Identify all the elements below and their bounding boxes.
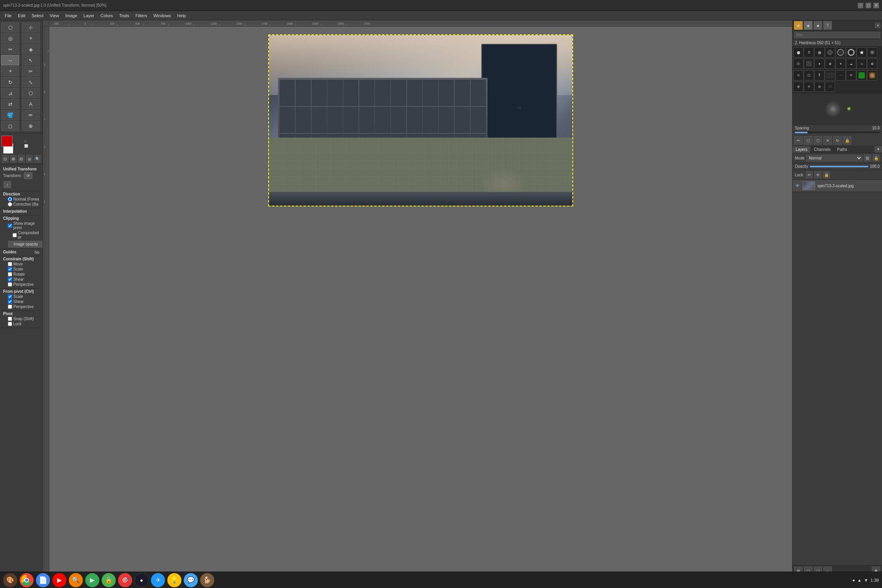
right-panel-close-btn[interactable]: ✕ — [875, 23, 880, 28]
search-tool-btn[interactable]: 🔍 — [34, 155, 41, 163]
menu-help[interactable]: Help — [174, 13, 189, 19]
tool-scissors[interactable]: ✂ — [1, 44, 19, 54]
tool-mode-btn1[interactable]: ⊡ — [2, 155, 9, 163]
tool-move[interactable]: ↖ — [22, 55, 40, 65]
tool-crop[interactable]: ✂ — [22, 66, 40, 76]
brush-item[interactable]: ☁ — [846, 59, 856, 69]
brush-item[interactable]: ⊡ — [804, 70, 814, 81]
brush-item[interactable] — [835, 47, 846, 57]
tool-flip[interactable]: ⇄ — [1, 99, 19, 109]
mode-select[interactable]: Normal Dissolve Multiply Screen Overlay — [806, 155, 862, 161]
constrain-scale-checkbox[interactable] — [8, 267, 12, 271]
menu-image[interactable]: Image — [62, 13, 81, 19]
taskbar-telegram-icon[interactable]: ✈ — [151, 573, 165, 587]
menu-view[interactable]: View — [47, 13, 62, 19]
layer-visibility-icon[interactable]: 👁 — [795, 183, 800, 188]
brushes-filter-input[interactable] — [794, 32, 880, 38]
composited-preview-checkbox[interactable] — [13, 233, 17, 237]
brush-item[interactable] — [867, 70, 877, 81]
action-copy-btn[interactable]: ⬡ — [814, 136, 822, 145]
tool-heal[interactable]: ⊕ — [22, 121, 40, 131]
brush-item[interactable] — [804, 59, 814, 69]
tool-foreground-select[interactable]: ◈ — [22, 44, 40, 54]
layer-item[interactable]: 👁 spin713-3-scaled.jpg — [792, 180, 882, 192]
tool-pencil[interactable]: ✏ — [22, 110, 40, 120]
brush-item[interactable] — [825, 47, 835, 57]
lock-pixels-btn[interactable]: ✏ — [806, 171, 813, 178]
spacing-bar[interactable] — [795, 132, 880, 133]
maximize-button[interactable]: □ — [866, 3, 871, 8]
brush-item[interactable]: ⟳ — [846, 70, 856, 81]
tool-ellipse-select[interactable]: ◎ — [1, 33, 19, 43]
brush-item[interactable] — [825, 70, 835, 81]
menu-tools[interactable]: Tools — [116, 13, 133, 19]
tool-rotate[interactable]: ↻ — [1, 77, 19, 87]
brush-item[interactable]: ✦ — [814, 59, 825, 69]
tab-paths[interactable]: Paths — [834, 146, 851, 153]
tool-mode-btn2[interactable]: ⊞ — [10, 155, 17, 163]
lock-all-btn[interactable]: 🔒 — [823, 171, 830, 178]
tool-perspective[interactable]: ⬠ — [22, 88, 40, 98]
menu-select[interactable]: Select — [29, 13, 47, 19]
canvas-container[interactable]: -250 0 250 500 750 1000 1250 1500 1750 2… — [43, 20, 792, 576]
direction-normal-radio[interactable] — [8, 197, 12, 201]
right-panel-btn2[interactable]: ■ — [804, 21, 812, 30]
taskbar-play-icon[interactable]: ▶ — [85, 573, 99, 587]
taskbar-chrome-icon[interactable] — [20, 573, 34, 587]
brush-item[interactable] — [857, 70, 867, 81]
constrain-move-checkbox[interactable] — [8, 262, 12, 266]
brush-item[interactable]: ⊕ — [793, 82, 803, 92]
brush-item[interactable]: ⊠ — [793, 70, 803, 81]
chain-btn1[interactable]: ⛓ — [864, 154, 871, 161]
brush-item[interactable]: ⠿ — [804, 47, 814, 57]
tool-text[interactable]: A — [22, 99, 40, 109]
canvas-scroll-area[interactable]: ⬡ — [49, 27, 792, 576]
tool-paintbucket[interactable]: 🪣 — [1, 110, 19, 120]
lock-position-btn[interactable]: ✛ — [814, 171, 821, 178]
brush-item[interactable]: ⬡ — [825, 82, 835, 92]
direction-corrective-radio[interactable] — [8, 202, 12, 206]
menu-filters[interactable]: Filters — [133, 13, 151, 19]
brush-item[interactable]: ⋯ — [835, 70, 846, 81]
taskbar-bulb-icon[interactable]: 💡 — [167, 573, 181, 587]
tool-mode-btn3[interactable]: ⊟ — [18, 155, 25, 163]
brush-item[interactable]: ✵ — [804, 82, 814, 92]
taskbar-docs-icon[interactable]: 📄 — [36, 573, 50, 587]
taskbar-target-icon[interactable]: 🎯 — [118, 573, 132, 587]
tool-free-select[interactable]: ⬡ — [1, 22, 19, 32]
menu-file[interactable]: File — [2, 13, 15, 19]
tool-eraser[interactable]: ◻ — [1, 121, 19, 131]
opacity-bar[interactable] — [810, 166, 868, 167]
brush-item[interactable]: ✿ — [825, 59, 835, 69]
close-button[interactable]: ✕ — [873, 3, 879, 8]
brush-item[interactable] — [867, 47, 877, 57]
right-panel-help-btn[interactable]: ? — [823, 21, 832, 30]
taskbar-chat-icon[interactable]: 💬 — [184, 573, 198, 587]
tool-rect-select[interactable]: ⌖ — [22, 33, 40, 43]
brush-item[interactable]: ⊹ — [857, 59, 867, 69]
action-edit-btn[interactable]: ✏ — [794, 136, 803, 145]
image-canvas[interactable]: ⬡ — [268, 34, 573, 206]
action-delete-btn[interactable]: ✕ — [823, 136, 832, 145]
transform-layer-btn[interactable]: ↕ — [4, 181, 11, 188]
constrain-perspective-checkbox[interactable] — [8, 282, 12, 287]
brush-item[interactable]: ⊛ — [814, 82, 825, 92]
pivot-shear-checkbox[interactable] — [8, 299, 12, 304]
menu-edit[interactable]: Edit — [15, 13, 29, 19]
layers-panel-menu-btn[interactable]: ▼ — [875, 146, 882, 152]
taskbar-youtube-icon[interactable]: ▶ — [52, 573, 66, 587]
taskbar-gimp-icon[interactable]: 🎨 — [3, 573, 17, 587]
tab-channels[interactable]: Channels — [811, 146, 834, 153]
action-duplicate-btn[interactable]: ⬡ — [804, 136, 812, 145]
show-image-preview-checkbox[interactable] — [8, 224, 12, 228]
brush-item[interactable]: ⬤ — [814, 47, 825, 57]
minimize-button[interactable]: − — [858, 3, 863, 8]
tool-shear[interactable]: ⊿ — [1, 88, 19, 98]
brush-item[interactable]: ⁕ — [835, 59, 846, 69]
chain-btn2[interactable]: 🔒 — [873, 154, 880, 161]
transform-mode-btn[interactable]: ⟳ — [24, 172, 32, 179]
menu-windows[interactable]: Windows — [150, 13, 174, 19]
menu-layer[interactable]: Layer — [81, 13, 98, 19]
brush-item[interactable]: ⁑ — [814, 70, 825, 81]
foreground-color[interactable] — [2, 136, 13, 147]
